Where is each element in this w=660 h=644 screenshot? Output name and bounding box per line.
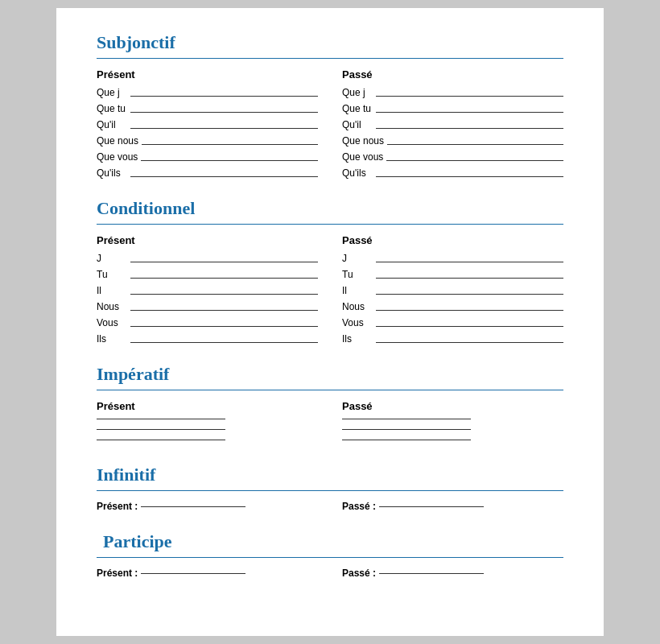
conj-row: J bbox=[342, 253, 563, 264]
blank-line bbox=[376, 326, 563, 327]
subjonctif-present-col: Présent Que j Que tu Qu'il Que nous bbox=[97, 68, 318, 184]
blank-line bbox=[130, 128, 318, 129]
pronoun: Que j bbox=[342, 87, 373, 98]
subjonctif-title: Subjonctif bbox=[97, 32, 563, 53]
infinitif-passe-col: Passé : bbox=[342, 501, 563, 517]
imperatif-passe-label: Passé bbox=[342, 400, 563, 412]
imperatif-divider bbox=[97, 390, 563, 390]
conj-row: Il bbox=[342, 285, 563, 296]
conj-row: Que j bbox=[342, 87, 563, 98]
subjonctif-present-label: Présent bbox=[97, 68, 318, 80]
conj-row: Qu'ils bbox=[97, 167, 318, 179]
blank-line bbox=[130, 96, 318, 97]
pronoun: Il bbox=[342, 285, 373, 296]
blank-line bbox=[376, 176, 563, 177]
participe-present-blank bbox=[141, 573, 245, 574]
subjonctif-grid: Présent Que j Que tu Qu'il Que nous bbox=[97, 68, 563, 184]
blank-line bbox=[376, 96, 563, 97]
subjonctif-divider bbox=[97, 58, 563, 59]
participe-present-row: Présent : bbox=[97, 568, 318, 579]
imp-blank bbox=[97, 429, 225, 430]
blank-line bbox=[376, 310, 563, 311]
pronoun: Qu'ils bbox=[342, 167, 373, 179]
blank-line bbox=[130, 342, 318, 343]
imp-blank bbox=[97, 419, 225, 419]
blank-line bbox=[376, 278, 563, 279]
pronoun: Que tu bbox=[97, 103, 127, 114]
participe-present-col: Présent : bbox=[97, 568, 318, 584]
pronoun: Il bbox=[97, 285, 127, 296]
conj-row: Ils bbox=[97, 333, 318, 345]
pronoun: Que vous bbox=[342, 151, 383, 163]
blank-line bbox=[142, 144, 318, 145]
conditionnel-present-col: Présent J Tu Il Nous Vous bbox=[97, 234, 318, 349]
conj-row: Il bbox=[97, 285, 318, 296]
conj-row: Que tu bbox=[97, 103, 318, 114]
conditionnel-title: Conditionnel bbox=[97, 198, 563, 219]
pronoun: Ils bbox=[97, 333, 127, 345]
pronoun: J bbox=[97, 253, 127, 264]
participe-title: Participe bbox=[97, 531, 563, 552]
blank-line bbox=[376, 128, 563, 129]
pronoun: Que tu bbox=[342, 103, 373, 114]
section-subjonctif: Subjonctif Présent Que j Que tu Qu'il bbox=[97, 32, 563, 184]
participe-passe-col: Passé : bbox=[342, 568, 563, 584]
conj-row: Ils bbox=[342, 333, 563, 345]
infinitif-present-row: Présent : bbox=[97, 501, 318, 512]
infinitif-present-blank bbox=[141, 506, 245, 507]
imp-row bbox=[342, 419, 563, 421]
blank-line bbox=[376, 262, 563, 262]
blank-line bbox=[376, 294, 563, 295]
conj-row: Nous bbox=[97, 301, 318, 312]
pronoun: Qu'il bbox=[342, 119, 373, 130]
imp-row bbox=[342, 429, 563, 431]
section-imperatif: Impératif Présent Passé bbox=[97, 364, 563, 450]
pronoun: Qu'il bbox=[97, 119, 127, 130]
conj-row: Qu'il bbox=[97, 119, 318, 130]
conj-row: J bbox=[97, 253, 318, 264]
infinitif-present-col: Présent : bbox=[97, 501, 318, 517]
conj-row: Qu'il bbox=[342, 119, 563, 130]
infinitif-grid: Présent : Passé : bbox=[97, 501, 563, 517]
participe-passe-label: Passé : bbox=[342, 568, 376, 579]
pronoun: J bbox=[342, 253, 373, 264]
pronoun: Tu bbox=[342, 269, 373, 280]
imp-blank bbox=[97, 440, 225, 440]
infinitif-divider bbox=[97, 490, 563, 491]
pronoun: Que j bbox=[97, 87, 127, 98]
conj-row: Qu'ils bbox=[342, 167, 563, 179]
imperatif-passe-col: Passé bbox=[342, 400, 563, 450]
pronoun: Que nous bbox=[97, 135, 138, 147]
blank-line bbox=[376, 342, 563, 343]
blank-line bbox=[130, 326, 318, 327]
conj-row: Que vous bbox=[97, 151, 318, 163]
imp-row bbox=[97, 440, 318, 442]
conj-row: Vous bbox=[342, 317, 563, 328]
imperatif-title: Impératif bbox=[97, 364, 563, 385]
pronoun: Tu bbox=[97, 269, 127, 280]
imp-row bbox=[342, 440, 563, 442]
blank-line bbox=[387, 144, 563, 145]
participe-present-label: Présent : bbox=[97, 568, 138, 579]
blank-line bbox=[130, 278, 318, 279]
conj-row: Tu bbox=[97, 269, 318, 280]
imp-blank bbox=[342, 429, 471, 430]
conj-row: Que j bbox=[97, 87, 318, 98]
subjonctif-passe-label: Passé bbox=[342, 68, 563, 80]
participe-divider bbox=[97, 557, 563, 558]
pronoun: Vous bbox=[97, 317, 127, 328]
imp-blank bbox=[342, 419, 471, 419]
pronoun: Nous bbox=[97, 301, 127, 312]
pronoun: Nous bbox=[342, 301, 373, 312]
conj-row: Que nous bbox=[342, 135, 563, 147]
conditionnel-grid: Présent J Tu Il Nous Vous bbox=[97, 234, 563, 349]
blank-line bbox=[130, 294, 318, 295]
conditionnel-divider bbox=[97, 224, 563, 225]
infinitif-title: Infinitif bbox=[97, 464, 563, 485]
pronoun: Que vous bbox=[97, 151, 138, 163]
conj-row: Que vous bbox=[342, 151, 563, 163]
conj-row: Nous bbox=[342, 301, 563, 312]
conj-row: Que tu bbox=[342, 103, 563, 114]
page: Subjonctif Présent Que j Que tu Qu'il bbox=[56, 8, 604, 636]
blank-line bbox=[130, 112, 318, 113]
